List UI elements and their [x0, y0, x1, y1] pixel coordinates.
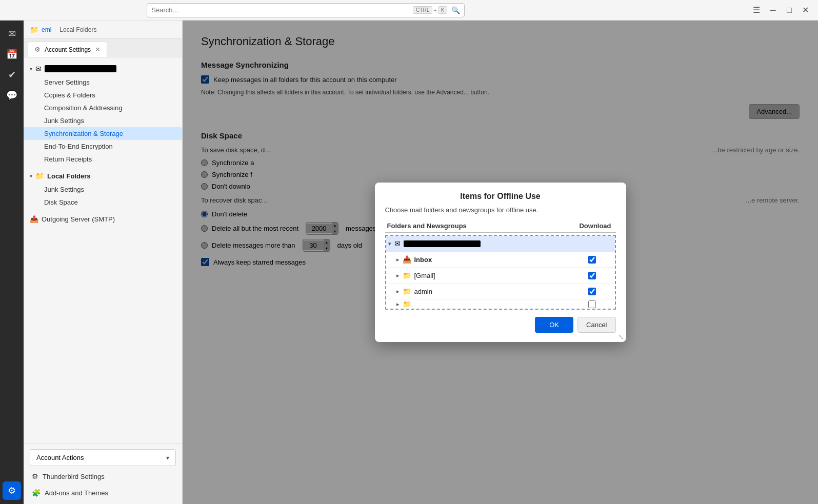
partial-folder-icon: 📁: [403, 300, 411, 308]
maximize-btn[interactable]: □: [783, 4, 795, 16]
sidebar-content: ▾ ✉ Server Settings Copies & Folders Com…: [24, 57, 182, 443]
account-settings-tab[interactable]: ⚙ Account Settings ✕: [28, 42, 107, 57]
dialog-footer: OK Cancel: [375, 310, 626, 342]
sidebar-item-e2e[interactable]: End-To-End Encryption: [24, 140, 182, 153]
breadcrumb-sep: -: [54, 26, 56, 33]
sidebar-item-lf-junk[interactable]: Junk Settings: [24, 183, 182, 196]
dialog-body: Folders and Newsgroups Download ▾ ✉: [375, 220, 626, 310]
admin-download-checkbox[interactable]: [588, 288, 596, 295]
inbox-folder-icon: 📥: [403, 255, 411, 264]
icon-bar-mail[interactable]: ✉: [3, 25, 21, 43]
sidebar-item-copies-folders[interactable]: Copies & Folders: [24, 89, 182, 102]
sidebar-item-server-settings[interactable]: Server Settings: [24, 76, 182, 89]
inbox-expand-icon[interactable]: ▸: [396, 256, 400, 263]
addons-link[interactable]: 🧩 Add-ons and Themes: [30, 487, 176, 499]
local-folders-header[interactable]: ▾ 📁 Local Folders: [24, 169, 182, 183]
admin-folder-icon: 📁: [403, 287, 411, 295]
outgoing-server-header[interactable]: 📤 Outgoing Server (SMTP): [24, 212, 182, 226]
kbd-plus: +: [433, 7, 436, 13]
partial-expand-icon: ▸: [396, 301, 400, 308]
tab-bar: ⚙ Account Settings ✕: [24, 39, 182, 57]
chevron-down-icon: ▾: [30, 66, 32, 72]
partial-download-checkbox[interactable]: [588, 300, 596, 308]
folder-row-admin[interactable]: ▸ 📁 admin: [386, 284, 615, 299]
ok-button[interactable]: OK: [535, 317, 573, 333]
inbox-download-checkbox[interactable]: [588, 256, 596, 264]
sidebar-item-lf-disk[interactable]: Disk Space: [24, 196, 182, 209]
icon-bar-calendar[interactable]: 📅: [3, 45, 21, 64]
gmail-name: [Gmail]: [414, 272, 435, 279]
breadcrumb-local-folders: Local Folders: [59, 26, 96, 33]
folder-icon: 📁: [30, 26, 38, 34]
gear-icon: ⚙: [32, 472, 38, 480]
admin-expand-icon[interactable]: ▸: [396, 288, 400, 295]
account-row-name: [404, 240, 481, 247]
gmail-folder-icon: 📁: [403, 271, 411, 279]
sidebar-item-junk-settings[interactable]: Junk Settings: [24, 114, 182, 127]
chevron-down-local-icon: ▾: [30, 173, 32, 179]
icon-bar: ✉ 📅 ✔ 💬 ⚙: [0, 21, 24, 504]
icon-bar-chat[interactable]: 💬: [3, 86, 21, 105]
thunderbird-settings-label: Thunderbird Settings: [43, 473, 105, 480]
addons-label: Add-ons and Themes: [45, 489, 108, 497]
tab-label: Account Settings: [45, 46, 91, 53]
addons-icon: 🧩: [32, 489, 41, 497]
sidebar-item-return-receipts[interactable]: Return Receipts: [24, 153, 182, 166]
account-row-email-icon: ✉: [394, 239, 401, 248]
folder-row-partial[interactable]: ▸ 📁: [386, 299, 615, 309]
minimize-btn[interactable]: ─: [767, 4, 779, 16]
tab-settings-icon: ⚙: [34, 46, 41, 53]
tab-close-icon[interactable]: ✕: [95, 46, 101, 53]
col-folders-header: Folders and Newsgroups: [387, 222, 575, 230]
breadcrumb-eml[interactable]: eml: [42, 26, 51, 33]
account-icon: ✉: [35, 65, 42, 73]
kbd-ctrl: CTRL: [413, 6, 432, 14]
dialog-overlay: Items for Offline Use Choose mail folder…: [183, 21, 818, 504]
gmail-download-checkbox[interactable]: [588, 272, 596, 279]
local-folders-label: Local Folders: [47, 172, 91, 180]
col-download-header: Download: [575, 222, 616, 230]
inbox-name: Inbox: [414, 256, 432, 264]
folder-list: ▾ ✉ ▸ 📥 Inbox: [385, 235, 616, 310]
menu-icon-btn[interactable]: ☰: [750, 4, 763, 16]
folder-row-inbox[interactable]: ▸ 📥 Inbox: [386, 252, 615, 268]
icon-bar-tasks[interactable]: ✔: [3, 66, 21, 84]
sidebar-item-composition-addressing[interactable]: Composition & Addressing: [24, 102, 182, 114]
dialog-subtitle: Choose mail folders and newsgroups for o…: [375, 206, 626, 220]
outgoing-icon: 📤: [30, 215, 38, 223]
chevron-down-btn-icon: ▾: [166, 454, 169, 461]
titlebar: CTRL + K 🔍 ☰ ─ □ ✕: [0, 0, 818, 21]
main-content: Synchronization & Storage Message Synchr…: [183, 21, 818, 504]
breadcrumb: 📁 eml - Local Folders: [24, 21, 182, 39]
folder-table-header: Folders and Newsgroups Download: [385, 220, 616, 233]
dialog: Items for Offline Use Choose mail folder…: [375, 183, 626, 342]
resize-handle[interactable]: ⤡: [618, 333, 624, 341]
cancel-button[interactable]: Cancel: [577, 317, 615, 333]
local-folder-icon: 📁: [35, 172, 44, 180]
search-icon: 🔍: [451, 6, 460, 14]
account-actions-label: Account Actions: [36, 454, 84, 461]
account-actions-btn[interactable]: Account Actions ▾: [30, 449, 176, 466]
thunderbird-settings-link[interactable]: ⚙ Thunderbird Settings: [30, 470, 176, 482]
admin-name: admin: [414, 288, 432, 295]
gmail-expand-icon[interactable]: ▸: [396, 272, 400, 279]
account-name-label: [45, 65, 116, 72]
icon-bar-settings[interactable]: ⚙: [3, 481, 21, 500]
outgoing-label: Outgoing Server (SMTP): [42, 215, 115, 223]
account-expand-icon[interactable]: ▾: [388, 240, 391, 247]
kbd-k: K: [438, 6, 448, 14]
titlebar-search-bar[interactable]: CTRL + K 🔍: [147, 3, 465, 17]
sidebar: 📁 eml - Local Folders ⚙ Account Settings…: [24, 21, 183, 504]
dialog-title: Items for Offline Use: [375, 183, 626, 206]
search-input[interactable]: [151, 6, 413, 14]
close-btn[interactable]: ✕: [800, 4, 812, 16]
sidebar-footer: Account Actions ▾ ⚙ Thunderbird Settings…: [24, 443, 182, 504]
account-section-header[interactable]: ▾ ✉: [24, 62, 182, 76]
sidebar-item-sync-storage[interactable]: Synchronization & Storage: [24, 127, 182, 140]
folder-row-gmail[interactable]: ▸ 📁 [Gmail]: [386, 268, 615, 284]
folder-row-account[interactable]: ▾ ✉: [386, 236, 615, 252]
